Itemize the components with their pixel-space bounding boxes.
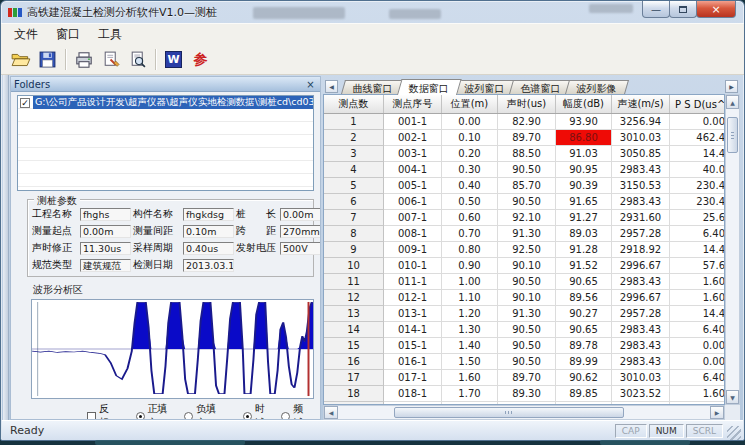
resize-grip[interactable] xyxy=(727,426,741,440)
maximize-button[interactable] xyxy=(669,1,697,18)
cell: 14.4 xyxy=(670,146,725,162)
table-row[interactable]: 3003-10.2088.5091.033050.8514.4 xyxy=(324,146,724,162)
cell: 1.60 xyxy=(670,386,725,402)
minimize-button[interactable]: — xyxy=(642,1,670,18)
menu-item-2[interactable]: 工具 xyxy=(89,24,131,45)
cell: 0.80 xyxy=(442,242,498,258)
process-button[interactable] xyxy=(97,47,124,72)
preview-button[interactable] xyxy=(124,47,151,72)
group-title: 测桩参数 xyxy=(34,194,80,208)
cell: 89.99 xyxy=(556,354,612,370)
parameter-button[interactable]: 参 xyxy=(187,47,214,72)
column-header[interactable]: P S D(us^2/m) xyxy=(670,95,725,113)
domain-radio-1[interactable]: 频域 xyxy=(281,402,313,420)
invert-checkbox[interactable]: 反相 xyxy=(87,402,119,420)
cell: 1.40 xyxy=(442,338,498,354)
scroll-up-icon[interactable]: ▲ xyxy=(726,95,739,109)
table-row[interactable]: 7007-10.6092.1091.272931.6025.6 xyxy=(324,210,724,226)
cell: 2996.67 xyxy=(612,258,670,274)
cell: 2983.43 xyxy=(612,354,670,370)
folder-tree[interactable]: ✓ G:\公司产品设计开发\超声仪器\超声仪实地检测数据\测桩cd\cd03\c… xyxy=(17,95,314,191)
cell: 90.62 xyxy=(556,370,612,386)
cell: 015-1 xyxy=(384,338,442,354)
waveform-box[interactable] xyxy=(31,299,314,399)
tab-0[interactable]: 曲线窗口 xyxy=(341,80,405,94)
cell: 6.40 xyxy=(670,226,725,242)
tab-4[interactable]: 波列影像 xyxy=(565,80,629,94)
cell: 90.50 xyxy=(498,338,556,354)
table-row[interactable]: 12012-11.1090.1089.562996.671.60 xyxy=(324,290,724,306)
cell: 89.30 xyxy=(498,386,556,402)
folders-caption[interactable]: Folders × xyxy=(11,77,320,92)
radio-icon xyxy=(136,412,145,421)
tab-2[interactable]: 波列窗口 xyxy=(453,80,517,94)
table-row[interactable]: 6006-10.5090.5091.652983.43230.4 xyxy=(324,194,724,210)
tab-strip: 曲线窗口数据窗口波列窗口色谱窗口波列影像 xyxy=(341,79,621,94)
column-header[interactable]: 测点数 xyxy=(324,95,384,113)
column-header[interactable]: 测点序号 xyxy=(384,95,442,113)
column-header[interactable]: 声时(us) xyxy=(498,95,556,113)
table-row[interactable]: 11011-11.0090.5090.652983.431.60 xyxy=(324,274,724,290)
row-header-cell: 12 xyxy=(324,290,384,306)
save-button[interactable] xyxy=(34,47,61,72)
table-row[interactable]: 18018-11.7089.3089.853023.521.60 xyxy=(324,386,724,402)
waveform-plot[interactable] xyxy=(32,300,313,398)
table-row[interactable]: 8008-10.7091.3089.032957.286.40 xyxy=(324,226,724,242)
cell: 0.30 xyxy=(442,162,498,178)
horizontal-scrollbar[interactable]: ◀ ▶ xyxy=(323,405,725,420)
table-row[interactable]: 1001-10.0082.9093.903256.940.00 xyxy=(324,114,724,130)
scroll-right-icon[interactable]: ▶ xyxy=(710,406,724,419)
vertical-scroll-thumb[interactable] xyxy=(727,117,738,153)
cell: 91.52 xyxy=(556,258,612,274)
cell: 90.50 xyxy=(498,194,556,210)
params-grid: 工程名称fhghs构件名称fhgkdsg桩 长0.00m测量起点0.00m测量间… xyxy=(32,207,309,272)
param-value: 0.10m xyxy=(183,225,234,238)
scrollbar-corner xyxy=(725,405,740,420)
scroll-down-icon[interactable]: ▼ xyxy=(726,390,739,404)
tree-item[interactable]: ✓ G:\公司产品设计开发\超声仪器\超声仪实地检测数据\测桩cd\cd03\c… xyxy=(18,96,313,109)
column-header[interactable]: 幅度(dB) xyxy=(556,95,612,113)
cell: 90.50 xyxy=(498,354,556,370)
domain-radio-0[interactable]: 时域 xyxy=(243,402,275,420)
fill-radio-1[interactable]: 负填充 xyxy=(184,402,226,420)
cell: 1.60 xyxy=(442,370,498,386)
table-row[interactable]: 4004-10.3090.5090.952983.4340.0 xyxy=(324,162,724,178)
table-row[interactable]: 17017-11.6089.7090.623010.036.40 xyxy=(324,370,724,386)
column-header[interactable]: 位置(m) xyxy=(442,95,498,113)
tab-bar: ◀ 曲线窗口数据窗口波列窗口色谱窗口波列影像 ▶ xyxy=(323,76,740,94)
title-bar[interactable]: 高铁建混凝土检测分析软件V1.0—测桩 — × xyxy=(1,1,744,23)
open-button[interactable] xyxy=(7,47,34,72)
word-export-button[interactable]: W xyxy=(160,47,187,72)
table-row[interactable]: 10010-10.9090.1091.522996.6757.6 xyxy=(324,258,724,274)
tab-scroll-right-icon[interactable]: ▶ xyxy=(725,80,738,93)
horizontal-scroll-thumb[interactable] xyxy=(394,407,624,418)
row-header-cell: 8 xyxy=(324,226,384,242)
table-row[interactable]: 5005-10.4085.7090.393150.53230.4 xyxy=(324,178,724,194)
column-header[interactable]: 声速(m/s) xyxy=(612,95,670,113)
checkbox-icon[interactable]: ✓ xyxy=(20,98,30,108)
cell: 0.00 xyxy=(670,338,725,354)
menu-item-0[interactable]: 文件 xyxy=(5,24,47,45)
vertical-scrollbar[interactable]: ▲ ▼ xyxy=(725,94,740,405)
cell: 2996.67 xyxy=(612,290,670,306)
cell: 0.40 xyxy=(442,178,498,194)
tab-scroll-left-icon[interactable]: ◀ xyxy=(325,80,338,93)
close-button[interactable]: × xyxy=(696,1,736,18)
tab-3[interactable]: 色谱窗口 xyxy=(509,80,573,94)
fill-radio-0[interactable]: 正填充 xyxy=(136,402,178,420)
menu-item-1[interactable]: 窗口 xyxy=(47,24,89,45)
panel-close-icon[interactable]: × xyxy=(304,79,317,90)
scroll-left-icon[interactable]: ◀ xyxy=(324,406,338,419)
table-row[interactable]: 15015-11.4090.5089.782983.430.00 xyxy=(324,338,724,354)
tab-1[interactable]: 数据窗口 xyxy=(397,79,462,95)
cell: 57.6 xyxy=(670,258,725,274)
param-label: 测量起点 xyxy=(32,224,78,238)
status-text: Ready xyxy=(10,424,44,437)
table-row[interactable]: 2002-10.1089.7086.803010.03462.4 xyxy=(324,130,724,146)
table-row[interactable]: 16016-11.5090.5089.992983.430.00 xyxy=(324,354,724,370)
table-row[interactable]: 13013-11.2091.3090.272957.2814.4 xyxy=(324,306,724,322)
table-row[interactable]: 9009-10.8092.5091.282918.9214.4 xyxy=(324,242,724,258)
table-row[interactable]: 14014-11.3090.5090.652983.436.40 xyxy=(324,322,724,338)
print-button[interactable] xyxy=(70,47,97,72)
cell: 1.10 xyxy=(442,290,498,306)
